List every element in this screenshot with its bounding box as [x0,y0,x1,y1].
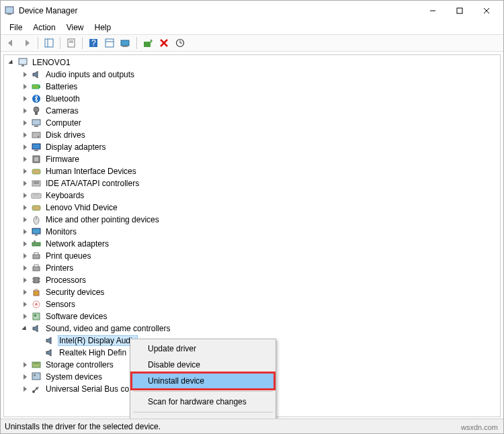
menu-action[interactable]: Action [28,21,60,34]
close-button[interactable] [473,1,500,20]
svg-rect-6 [45,39,53,47]
svg-rect-51 [34,253,38,255]
expand-icon[interactable] [20,263,30,273]
tree-category[interactable]: Print queues [4,250,500,262]
expand-icon[interactable] [20,167,30,176]
update-driver-button[interactable] [118,36,133,50]
expand-icon[interactable] [20,215,30,224]
watermark: wsxdn.com [461,423,498,431]
expand-icon[interactable] [20,288,30,297]
sensor-icon [31,299,42,310]
maximize-button[interactable] [446,1,473,20]
back-button[interactable] [3,36,18,50]
tree-item-label: Software devices [44,312,108,321]
menu-view[interactable]: View [61,21,89,34]
menu-scan-hardware[interactable]: Scan for hardware changes [132,394,274,410]
expand-icon[interactable] [20,142,30,152]
expand-icon[interactable] [20,251,30,261]
help-button[interactable]: ? [86,36,101,50]
expand-icon[interactable] [20,300,30,309]
tree-item-label: Mice and other pointing devices [44,215,161,224]
expand-icon[interactable] [20,155,30,164]
menu-disable-device[interactable]: Disable device [132,357,274,373]
status-text: Uninstalls the driver for the selected d… [5,422,161,431]
tree-category[interactable]: Cameras [4,105,500,117]
uninstall-device-button[interactable] [157,36,171,50]
tree-item-label: Human Interface Devices [44,167,138,176]
collapse-icon[interactable] [20,324,30,333]
expand-icon[interactable] [20,312,30,321]
expand-icon[interactable] [20,106,30,116]
expand-icon[interactable] [20,203,30,212]
svg-rect-15 [121,40,129,46]
tree-item-label: LENOVO1 [31,58,72,67]
menu-help[interactable]: Help [89,21,117,34]
expand-icon[interactable] [20,118,30,128]
expand-icon[interactable] [20,179,30,188]
tree-category[interactable]: Printers [4,262,500,274]
expand-icon[interactable] [20,360,30,370]
properties-button[interactable] [64,36,79,50]
svg-rect-3 [457,8,462,13]
spacer [34,348,43,357]
menu-file[interactable]: File [4,21,28,34]
show-hide-tree-button[interactable] [42,36,56,50]
system-icon [31,372,42,382]
tree-item-label: Computer [44,118,83,128]
menu-update-driver[interactable]: Update driver [132,341,274,357]
expand-icon[interactable] [20,82,30,91]
menu-separator [133,391,273,392]
printer-icon [31,263,42,273]
forward-button[interactable] [19,36,34,50]
expand-icon[interactable] [20,70,30,79]
expand-icon[interactable] [20,94,30,103]
tree-category[interactable]: Disk drives [4,129,500,141]
tree-category[interactable]: Human Interface Devices [4,165,500,177]
cpu-icon [31,275,42,286]
tree-category[interactable]: Batteries [4,81,500,93]
tree-category[interactable]: Sensors [4,298,500,310]
expand-icon[interactable] [20,275,30,285]
tree-root[interactable]: LENOVO1 [4,56,500,69]
minimize-button[interactable] [419,1,446,20]
root-icon [17,57,28,68]
expand-icon[interactable] [20,227,30,236]
status-bar: Uninstalls the driver for the selected d… [1,419,503,433]
tree-item-label: Cameras [44,106,80,116]
tree-category[interactable]: Network adapters [4,238,500,250]
tree-category[interactable]: Mice and other pointing devices [4,214,500,226]
tree-item-label: Processors [44,275,87,285]
tree-category[interactable]: Software devices [4,310,500,322]
disk-icon [31,130,42,140]
enable-device-button[interactable] [140,36,155,50]
svg-text:?: ? [91,38,96,48]
tree-category[interactable]: Keyboards [4,189,500,202]
expand-icon[interactable] [20,384,30,394]
tree-category[interactable]: IDE ATA/ATAPI controllers [4,177,500,189]
tree-category[interactable]: Monitors [4,226,500,238]
tree-item-label: Sound, video and game controllers [44,324,171,333]
menu-uninstall-device[interactable]: Uninstall device [132,373,274,389]
expand-icon[interactable] [20,191,30,200]
tree-item-label: Print queues [44,251,92,261]
tree-category[interactable]: Sound, video and game controllers [4,322,500,335]
tree-category[interactable]: Security devices [4,286,500,298]
tree-category[interactable]: Audio inputs and outputs [4,69,500,81]
toolbar: ? [1,34,503,52]
tree-category[interactable]: Bluetooth [4,93,500,105]
tree-category[interactable]: Display adapters [4,141,500,153]
collapse-icon[interactable] [7,58,16,67]
camera-icon [31,105,42,116]
tree-category[interactable]: Lenovo Vhid Device [4,202,500,214]
svg-rect-67 [34,374,36,376]
tree-category[interactable]: Computer [4,117,500,129]
expand-icon[interactable] [20,372,30,382]
svg-rect-49 [34,241,36,243]
scan-hardware-button[interactable] [173,36,187,50]
tree-category[interactable]: Firmware [4,153,500,165]
action-button[interactable] [102,36,117,50]
svg-rect-66 [32,373,40,380]
expand-icon[interactable] [20,130,30,140]
expand-icon[interactable] [20,239,30,249]
tree-category[interactable]: Processors [4,274,500,286]
